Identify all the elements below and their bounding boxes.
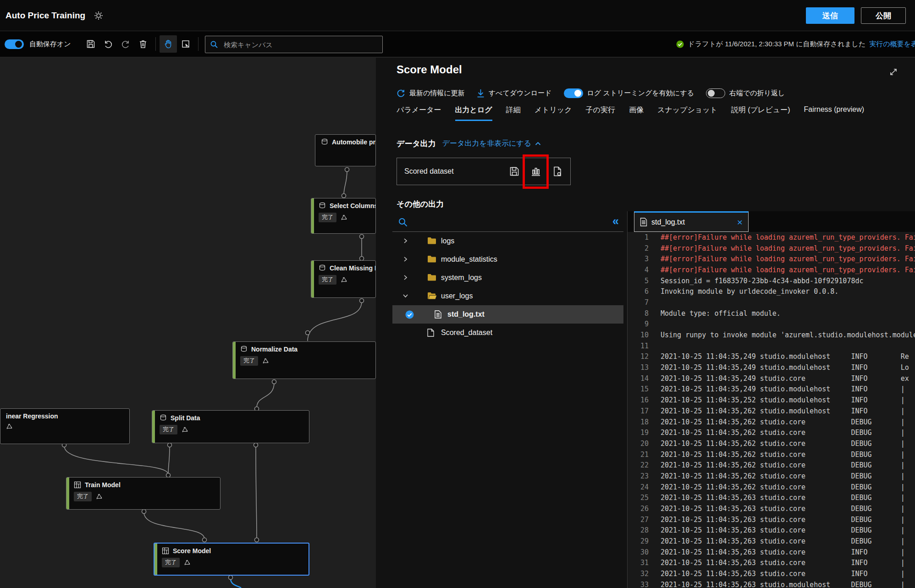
node-label: Split Data (171, 414, 200, 422)
dataset-icon (319, 264, 326, 272)
log-line: 7 (628, 297, 915, 308)
log-line-number: 7 (628, 298, 649, 307)
node-label: Automobile price (332, 138, 376, 146)
log-line-number: 17 (628, 407, 649, 415)
log-line-number: 4 (628, 266, 649, 274)
node-complete-badge: 完了 (240, 356, 258, 366)
tree-row-system_logs[interactable]: system_logs (392, 269, 623, 287)
tree-item-label: Scored_dataset (441, 329, 492, 337)
redo-icon[interactable] (117, 35, 134, 53)
node-normalize-data[interactable]: Normalize Data 完了 (232, 341, 376, 379)
file-icon (435, 310, 441, 319)
log-line-text: ##[error]Failure while loading azureml_r… (661, 255, 915, 263)
autosave-toggle[interactable] (5, 39, 24, 49)
node-train-model[interactable]: Train Model 完了 (66, 477, 220, 510)
pan-hand-icon[interactable] (160, 35, 177, 53)
canvas-search[interactable] (205, 36, 383, 53)
tab-Fairness (preview)[interactable]: Fairness (preview) (804, 105, 864, 121)
log-line-number: 21 (628, 451, 649, 459)
dataset-icon (319, 202, 326, 209)
log-line: 19 2021-10-25 11:04:35,262 studio.core D… (628, 427, 915, 438)
log-line-text: 2021-10-25 11:04:35,263 studio.modulehos… (661, 581, 905, 588)
log-line: 11 (628, 341, 915, 352)
node-select-columns[interactable]: Select Columns i 完了 (311, 198, 376, 234)
log-line: 30 2021-10-25 11:04:35,263 studio.core I… (628, 547, 915, 558)
settings-gear-icon[interactable] (94, 11, 104, 21)
tree-row-std_log.txt[interactable]: std_log.txt (392, 305, 623, 324)
tab-パラメーター[interactable]: パラメーター (397, 105, 441, 121)
log-line-number: 11 (628, 342, 649, 350)
tab-画像[interactable]: 画像 (629, 105, 644, 121)
log-line: 21 2021-10-25 11:04:35,262 studio.core D… (628, 449, 915, 460)
select-tool-icon[interactable] (177, 35, 194, 53)
save-output-icon[interactable] (509, 166, 520, 177)
pipeline-canvas[interactable]: Automobile price (0, 58, 376, 588)
log-line-number: 28 (628, 526, 649, 534)
node-linear-regression[interactable]: inear Regression (0, 408, 130, 444)
node-score-model[interactable]: Score Model 完了 (154, 543, 309, 576)
visualize-output-icon[interactable] (530, 166, 541, 177)
dataset-icon (321, 138, 328, 146)
submit-button[interactable]: 送信 (806, 7, 854, 24)
publish-button[interactable]: 公開 (861, 7, 906, 24)
log-line: 24 2021-10-25 11:04:35,262 studio.core D… (628, 482, 915, 493)
wrap-toggle[interactable]: 右端での折り返し (706, 88, 785, 98)
log-viewer: std_log.txt × 1 ##[error]Failure while l… (627, 211, 915, 588)
run-overview-link[interactable]: 実行の概要を表 (869, 40, 915, 49)
tree-search-row[interactable]: « (392, 214, 623, 232)
log-line-text: 2021-10-25 11:04:35,263 studio.core DEBU… (661, 526, 905, 534)
delete-icon[interactable] (134, 35, 152, 53)
undo-icon[interactable] (99, 35, 117, 53)
tree-row-module_statistics[interactable]: module_statistics (392, 250, 623, 269)
log-line-text: 2021-10-25 11:04:35,263 studio.core DEBU… (661, 537, 905, 545)
tab-出力とログ[interactable]: 出力とログ (455, 105, 492, 121)
chevron-right-icon[interactable] (402, 275, 408, 280)
log-line: 17 2021-10-25 11:04:35,262 studio.module… (628, 406, 915, 417)
node-complete-badge: 完了 (74, 492, 92, 501)
log-line-text: 2021-10-25 11:04:35,262 studio.core DEBU… (661, 429, 905, 437)
log-line: 9 (628, 319, 915, 330)
log-line-text: 2021-10-25 11:04:35,262 studio.core DEBU… (661, 440, 905, 448)
log-line-number: 30 (628, 548, 649, 556)
panel-title: Score Model (397, 63, 462, 76)
expand-panel-icon[interactable] (888, 67, 898, 77)
tree-row-Scored_dataset[interactable]: Scored_dataset (392, 324, 623, 342)
tab-スナップショット[interactable]: スナップショット (657, 105, 717, 121)
log-line-number: 14 (628, 374, 649, 383)
log-line-number: 9 (628, 320, 649, 328)
panel-action-bar: 最新の情報に更新 すべてダウンロード ログ ストリーミングを有効にする 右端での… (397, 86, 785, 100)
node-automobile-price[interactable]: Automobile price (315, 134, 376, 166)
chevron-right-icon[interactable] (402, 256, 408, 262)
log-file-tab[interactable]: std_log.txt × (634, 211, 749, 232)
node-clean-missing-data[interactable]: Clean Missing Da 完了 (311, 260, 376, 298)
tab-子の実行[interactable]: 子の実行 (586, 105, 615, 121)
tree-row-user_logs[interactable]: user_logs (392, 287, 623, 305)
log-line-number: 5 (628, 277, 649, 285)
log-line-number: 2 (628, 244, 649, 253)
node-split-data[interactable]: Split Data 完了 (152, 410, 309, 443)
node-label: Clean Missing Da (330, 264, 376, 272)
collapse-tree-icon[interactable]: « (612, 214, 619, 228)
tab-説明 (プレビュー)[interactable]: 説明 (プレビュー) (731, 105, 790, 121)
tree-row-logs[interactable]: logs (392, 232, 623, 250)
view-output-icon[interactable] (552, 166, 563, 177)
log-streaming-toggle[interactable]: ログ ストリーミングを有効にする (564, 88, 694, 98)
dataset-icon (160, 414, 167, 422)
refresh-button[interactable]: 最新の情報に更新 (397, 89, 465, 98)
log-line-text: 2021-10-25 11:04:35,262 studio.core DEBU… (661, 461, 905, 469)
download-all-button[interactable]: すべてダウンロード (477, 89, 552, 98)
hide-data-output-link[interactable]: データ出力を非表示にする (442, 139, 541, 148)
chevron-down-icon[interactable] (402, 293, 408, 299)
log-content[interactable]: 1 ##[error]Failure while loading azureml… (628, 232, 915, 588)
search-input[interactable] (223, 40, 369, 49)
log-line-number: 23 (628, 472, 649, 480)
log-line-text: Invoking module by urldecode_invoker 0.0… (661, 287, 838, 296)
save-icon[interactable] (82, 35, 99, 53)
node-status-bar (311, 198, 314, 233)
chevron-right-icon[interactable] (402, 238, 408, 244)
tree-item-label: std_log.txt (447, 310, 485, 319)
tab-メトリック[interactable]: メトリック (535, 105, 572, 121)
tab-詳細[interactable]: 詳細 (506, 105, 521, 121)
title-bar: Auto Price Training 送信 公開 (0, 0, 915, 31)
close-tab-icon[interactable]: × (737, 217, 743, 227)
